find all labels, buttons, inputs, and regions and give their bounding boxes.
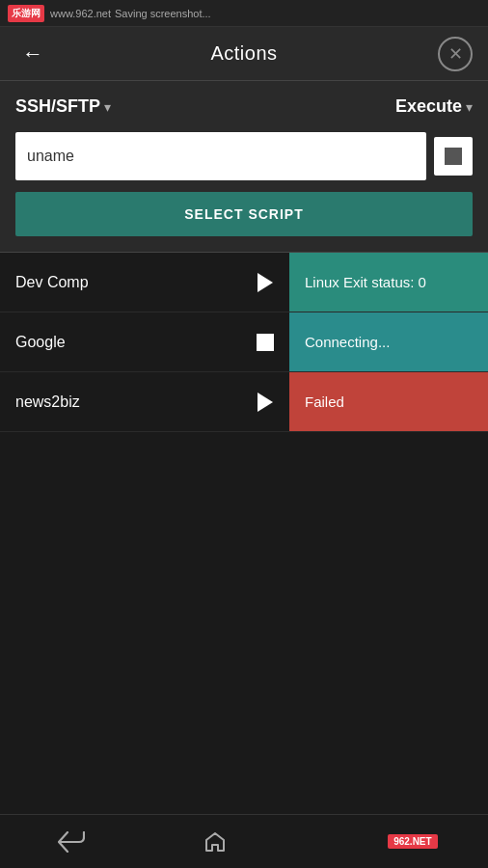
nav-watermark: 962.NET <box>330 823 446 861</box>
stop-square-icon <box>257 334 274 351</box>
action-arrow-icon: ▾ <box>466 99 473 115</box>
header-title: Actions <box>210 42 277 65</box>
command-input[interactable] <box>15 132 426 180</box>
settings-panel: SSH/SFTP ▾ Execute ▾ SELECT SCRIPT <box>0 81 488 253</box>
connection-status: Failed <box>289 372 488 431</box>
play-button[interactable] <box>241 372 289 431</box>
play-icon <box>258 273 273 292</box>
close-button[interactable]: ✕ <box>438 37 473 71</box>
stop-icon <box>445 148 462 165</box>
action-label: Execute <box>395 96 462 117</box>
status-bar: 乐游网 www.962.net Saving screenshot... <box>0 0 488 27</box>
connection-status: Connecting... <box>289 312 488 371</box>
nav-home-button[interactable] <box>186 823 244 861</box>
connection-item: GoogleConnecting... <box>0 312 488 372</box>
logo-badge: 乐游网 <box>8 5 44 22</box>
connection-name: Google <box>0 312 241 371</box>
connection-name: news2biz <box>0 372 241 431</box>
stop-button[interactable] <box>434 137 473 176</box>
header: ← Actions ✕ <box>0 27 488 81</box>
connection-status: Linux Exit status: 0 <box>289 253 488 312</box>
watermark-label: 962.NET <box>388 834 437 849</box>
action-dropdown[interactable]: Execute ▾ <box>395 96 473 117</box>
connection-list: Dev CompLinux Exit status: 0GoogleConnec… <box>0 253 488 432</box>
status-bar-url: www.962.net <box>50 8 111 19</box>
nav-back-button[interactable] <box>42 823 100 861</box>
back-button[interactable]: ← <box>15 37 50 71</box>
status-bar-saving: Saving screenshot... <box>115 8 211 19</box>
protocol-arrow-icon: ▾ <box>104 99 111 115</box>
connection-name: Dev Comp <box>0 253 241 312</box>
stop-button[interactable] <box>241 312 289 371</box>
protocol-label: SSH/SFTP <box>15 96 100 117</box>
command-row <box>15 132 473 180</box>
select-script-button[interactable]: SELECT SCRIPT <box>15 192 473 236</box>
protocol-dropdown[interactable]: SSH/SFTP ▾ <box>15 96 111 117</box>
play-icon <box>258 393 273 412</box>
connection-item: Dev CompLinux Exit status: 0 <box>0 253 488 312</box>
dropdowns-row: SSH/SFTP ▾ Execute ▾ <box>15 96 473 117</box>
bottom-nav: 962.NET <box>0 814 488 868</box>
connection-item: news2bizFailed <box>0 372 488 432</box>
play-button[interactable] <box>241 253 289 312</box>
